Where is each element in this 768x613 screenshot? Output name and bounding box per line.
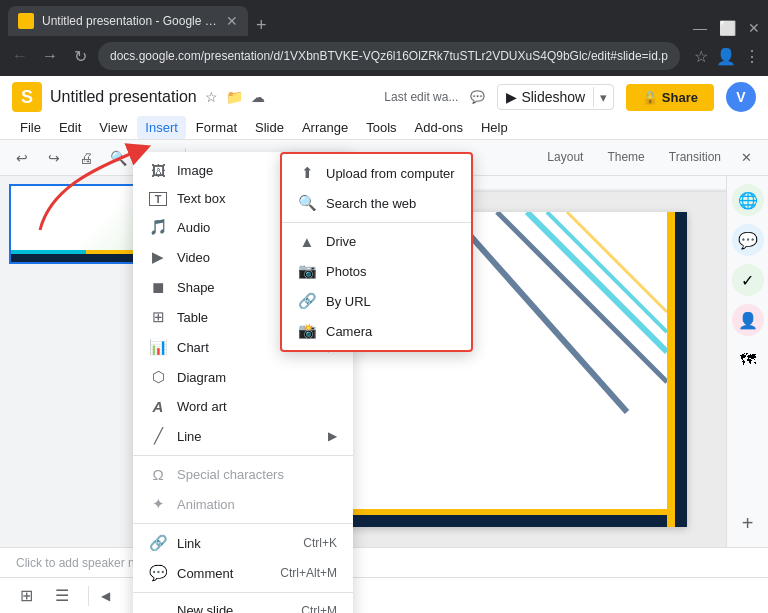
special-label: Special characters xyxy=(177,467,337,482)
camera-icon: 📸 xyxy=(298,322,316,340)
photos-item[interactable]: 📷 Photos xyxy=(282,256,471,286)
menu-bar: File Edit View Insert Format Slide Arran… xyxy=(12,116,756,139)
theme-tab[interactable]: Theme xyxy=(595,146,656,170)
slideshow-button[interactable]: ▶ Slideshow xyxy=(498,85,593,109)
menu-edit[interactable]: Edit xyxy=(51,116,89,139)
menu-format[interactable]: Format xyxy=(188,116,245,139)
menu-slide[interactable]: Slide xyxy=(247,116,292,139)
back-button[interactable]: ← xyxy=(8,47,32,65)
bookmark-icon[interactable]: ☆ xyxy=(694,47,708,66)
menu-view[interactable]: View xyxy=(91,116,135,139)
byurl-item[interactable]: 🔗 By URL xyxy=(282,286,471,316)
newslide-label: New slide xyxy=(177,603,291,613)
header-right: Last edit wa... 💬 ▶ Slideshow ▾ 🔒 xyxy=(384,82,756,112)
address-text: docs.google.com/presentation/d/1VXbnBTVK… xyxy=(110,49,668,63)
insert-link-item[interactable]: 🔗 Link Ctrl+K xyxy=(133,528,353,558)
menu-insert[interactable]: Insert xyxy=(137,116,186,139)
photos-label: Photos xyxy=(326,264,455,279)
diagram-icon: ⬡ xyxy=(149,368,167,386)
special-icon: Ω xyxy=(149,466,167,483)
sidebar-contacts-icon[interactable]: 👤 xyxy=(732,304,764,336)
insert-comment-item[interactable]: 💬 Comment Ctrl+Alt+M xyxy=(133,558,353,588)
tab-favicon xyxy=(18,13,34,29)
print-button[interactable]: 🖨 xyxy=(72,144,100,172)
transition-tab[interactable]: Transition xyxy=(657,146,733,170)
slideshow-icon: ▶ xyxy=(506,89,517,105)
redo-button[interactable]: ↪ xyxy=(40,144,68,172)
byurl-icon: 🔗 xyxy=(298,292,316,310)
animation-label: Animation xyxy=(177,497,337,512)
search-web-label: Search the web xyxy=(326,196,455,211)
tasks-icon: ✓ xyxy=(741,271,754,290)
insert-line-item[interactable]: ╱ Line ▶ xyxy=(133,421,353,451)
panel-close-icon[interactable]: ✕ xyxy=(733,146,760,170)
insert-special-item: Ω Special characters xyxy=(133,460,353,489)
slideshow-label: Slideshow xyxy=(521,89,585,105)
tab-bar: Untitled presentation - Google S... ✕ + … xyxy=(0,0,768,36)
drive-item[interactable]: ▲ Drive xyxy=(282,227,471,256)
comments-icon[interactable]: 💬 xyxy=(470,90,485,104)
insert-newslide-item[interactable]: New slide Ctrl+M xyxy=(133,597,353,613)
grid-view-button[interactable]: ⊞ xyxy=(12,582,40,610)
close-window-button[interactable]: ✕ xyxy=(748,20,760,36)
refresh-button[interactable]: ↻ xyxy=(68,47,92,66)
right-sidebar: 🌐 💬 ✓ 👤 🗺 + xyxy=(726,176,768,547)
menu-arrange[interactable]: Arrange xyxy=(294,116,356,139)
comment-shortcut: Ctrl+Alt+M xyxy=(280,566,337,580)
nav-icons: ☆ 👤 ⋮ xyxy=(694,47,760,66)
menu-help[interactable]: Help xyxy=(473,116,516,139)
wordart-icon: A xyxy=(149,398,167,415)
user-avatar[interactable]: V xyxy=(726,82,756,112)
sidebar-chat-icon[interactable]: 💬 xyxy=(732,224,764,256)
thumb-teal xyxy=(11,250,87,254)
menu-tools[interactable]: Tools xyxy=(358,116,404,139)
sidebar-tasks-icon[interactable]: ✓ xyxy=(732,264,764,296)
drive-icon: ▲ xyxy=(298,233,316,250)
search-web-item[interactable]: 🔍 Search the web xyxy=(282,188,471,218)
insert-diagram-item[interactable]: ⬡ Diagram xyxy=(133,362,353,392)
layout-tab[interactable]: Layout xyxy=(535,146,595,170)
share-button[interactable]: 🔒 Share xyxy=(626,84,714,111)
sidebar-explore-icon[interactable]: 🌐 xyxy=(732,184,764,216)
sidebar-maps-icon[interactable]: 🗺 xyxy=(732,344,764,376)
insert-wordart-item[interactable]: A Word art xyxy=(133,392,353,421)
maximize-button[interactable]: ⬜ xyxy=(719,20,736,36)
menu-addons[interactable]: Add-ons xyxy=(407,116,471,139)
slideshow-dropdown-icon[interactable]: ▾ xyxy=(594,86,613,109)
app-title[interactable]: Untitled presentation xyxy=(50,88,197,106)
new-tab-button[interactable]: + xyxy=(256,15,267,36)
tab-close-button[interactable]: ✕ xyxy=(226,13,238,29)
minimize-button[interactable]: — xyxy=(693,20,707,36)
star-icon[interactable]: ☆ xyxy=(205,89,218,105)
undo-button[interactable]: ↩ xyxy=(8,144,36,172)
link-label: Link xyxy=(177,536,293,551)
menu-icon[interactable]: ⋮ xyxy=(744,47,760,66)
textbox-icon: T xyxy=(149,192,167,206)
user-initial: V xyxy=(736,89,745,105)
list-view-button[interactable]: ☰ xyxy=(48,582,76,610)
upload-computer-item[interactable]: ⬆ Upload from computer xyxy=(282,158,471,188)
hide-panel-button[interactable]: ◀ xyxy=(101,589,110,603)
zoom-button[interactable]: 🔍 xyxy=(104,144,132,172)
video-icon: ▶ xyxy=(149,248,167,266)
camera-item[interactable]: 📸 Camera xyxy=(282,316,471,346)
active-tab[interactable]: Untitled presentation - Google S... ✕ xyxy=(8,6,248,36)
chart-icon: 📊 xyxy=(149,338,167,356)
camera-label: Camera xyxy=(326,324,455,339)
address-bar[interactable]: docs.google.com/presentation/d/1VXbnBTVK… xyxy=(98,42,680,70)
upload-icon: ⬆ xyxy=(298,164,316,182)
folder-icon[interactable]: 📁 xyxy=(226,89,243,105)
byurl-label: By URL xyxy=(326,294,455,309)
image-icon: 🖼 xyxy=(149,162,167,179)
notes-bar[interactable]: Click to add speaker notes xyxy=(0,547,768,577)
app-logo: S xyxy=(12,82,42,112)
profile-icon[interactable]: 👤 xyxy=(716,47,736,66)
slide-diagonal-svg xyxy=(467,212,667,527)
sidebar-add-icon[interactable]: + xyxy=(732,507,764,539)
line-arrow: ▶ xyxy=(328,429,337,443)
slide-thumbnail[interactable] xyxy=(9,184,139,264)
forward-button[interactable]: → xyxy=(38,47,62,65)
cloud-icon[interactable]: ☁ xyxy=(251,89,265,105)
link-icon: 🔗 xyxy=(149,534,167,552)
menu-file[interactable]: File xyxy=(12,116,49,139)
